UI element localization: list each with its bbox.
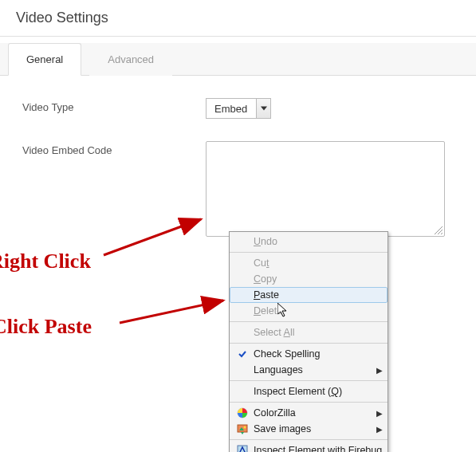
divider xyxy=(0,36,476,37)
context-menu: Undo Cut Copy Paste Delete Select All xyxy=(229,231,388,452)
ctx-inspect-element[interactable]: Inspect Element (Q) xyxy=(230,383,387,399)
divider xyxy=(230,252,387,253)
tab-general[interactable]: General xyxy=(8,43,81,76)
label-video-type: Video Type xyxy=(22,98,206,113)
ctx-cut[interactable]: Cut xyxy=(230,255,387,271)
resize-grip-icon[interactable] xyxy=(433,225,443,234)
svg-line-3 xyxy=(441,233,443,234)
content: Video Type Embed Video Embed Code Undo C… xyxy=(0,76,476,452)
submenu-arrow-icon: ▶ xyxy=(375,366,383,375)
ctx-check-spelling[interactable]: Check Spelling xyxy=(230,346,387,362)
submenu-arrow-icon: ▶ xyxy=(375,425,383,434)
ctx-inspect-firebug[interactable]: Inspect Element with Firebug xyxy=(230,442,387,452)
svg-marker-8 xyxy=(241,432,244,434)
field-video-type: Video Type Embed xyxy=(22,98,460,119)
chevron-down-icon[interactable] xyxy=(256,99,270,118)
ctx-select-all[interactable]: Select All xyxy=(230,324,387,340)
video-type-value: Embed xyxy=(207,103,256,115)
embed-code-textarea[interactable] xyxy=(206,141,445,237)
divider xyxy=(230,439,387,440)
tab-row: General Advanced xyxy=(0,43,476,76)
ctx-save-images[interactable]: Save images ▶ xyxy=(230,421,387,437)
field-embed-code: Video Embed Code xyxy=(22,141,460,237)
ctx-colorzilla[interactable]: ColorZilla ▶ xyxy=(230,405,387,421)
submenu-arrow-icon: ▶ xyxy=(375,409,383,418)
check-icon xyxy=(234,349,250,359)
label-embed-code: Video Embed Code xyxy=(22,141,206,156)
ctx-undo[interactable]: Undo xyxy=(230,234,387,250)
ctx-copy[interactable]: Copy xyxy=(230,271,387,287)
divider xyxy=(230,402,387,403)
ctx-delete[interactable]: Delete xyxy=(230,303,387,319)
ctx-languages[interactable]: Languages ▶ xyxy=(230,362,387,378)
dialog-title: Video Settings xyxy=(0,0,476,36)
firebug-icon xyxy=(234,445,250,452)
divider xyxy=(230,343,387,344)
colorzilla-icon xyxy=(234,407,250,419)
divider xyxy=(230,380,387,381)
divider xyxy=(230,321,387,322)
ctx-paste[interactable]: Paste xyxy=(230,287,387,303)
svg-point-7 xyxy=(244,426,246,429)
tab-advanced[interactable]: Advanced xyxy=(89,43,172,76)
save-images-icon xyxy=(234,423,250,434)
video-type-select[interactable]: Embed xyxy=(206,98,271,119)
svg-marker-0 xyxy=(261,107,267,111)
